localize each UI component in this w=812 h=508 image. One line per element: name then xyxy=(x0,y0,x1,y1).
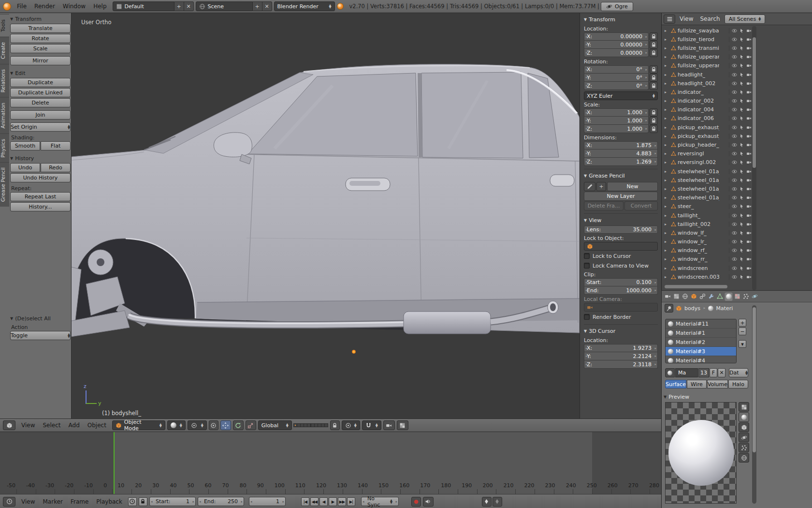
renderability-camera-icon[interactable] xyxy=(746,222,752,227)
lens-field[interactable]: Lens: 35.000 xyxy=(584,225,658,234)
renderability-camera-icon[interactable] xyxy=(746,204,752,209)
visibility-eye-icon[interactable] xyxy=(732,230,737,236)
add-layout-button[interactable]: + xyxy=(174,1,184,11)
visibility-eye-icon[interactable] xyxy=(732,107,737,112)
selectability-cursor-icon[interactable] xyxy=(739,222,744,227)
renderability-camera-icon[interactable] xyxy=(746,37,752,42)
timeline-menu-item[interactable]: View xyxy=(17,494,39,508)
expand-arrow-icon[interactable]: ▸ xyxy=(665,151,669,156)
expand-arrow-icon[interactable]: ▸ xyxy=(665,55,669,59)
viewport-menu-item[interactable]: Object xyxy=(84,419,110,432)
expand-arrow-icon[interactable]: ▸ xyxy=(665,266,669,270)
editor-type-button[interactable] xyxy=(664,15,675,24)
timeline-menu-item[interactable]: Marker xyxy=(39,494,66,508)
tab-material[interactable] xyxy=(725,292,733,301)
grease-draw-button[interactable] xyxy=(584,182,595,191)
close-layout-button[interactable]: ✕ xyxy=(184,1,194,11)
outliner-scrollbar[interactable] xyxy=(753,37,756,168)
unlink-material-button[interactable]: ✕ xyxy=(718,368,725,377)
expand-arrow-icon[interactable]: ▸ xyxy=(665,143,669,147)
mode-dropdown[interactable]: Object Mode xyxy=(112,420,165,430)
expand-arrow-icon[interactable]: ▸ xyxy=(665,107,669,112)
expand-arrow-icon[interactable]: ▸ xyxy=(665,37,669,42)
dimension-field[interactable]: Z: 1.269 xyxy=(584,158,658,166)
selectability-cursor-icon[interactable] xyxy=(739,178,744,183)
outliner-row[interactable]: ▸ steelwheel_01a_ xyxy=(663,176,752,184)
current-frame-field[interactable]: 1 xyxy=(249,497,286,506)
dimension-field[interactable]: X: 1.875 xyxy=(584,141,658,149)
visibility-eye-icon[interactable] xyxy=(732,274,737,280)
dimension-field[interactable]: Y: 4.883 xyxy=(584,149,658,158)
outliner-menu-item[interactable]: Search xyxy=(696,13,723,25)
renderability-camera-icon[interactable] xyxy=(746,248,752,253)
tab-object-data[interactable] xyxy=(716,292,724,301)
lock-button[interactable] xyxy=(650,125,658,133)
visibility-eye-icon[interactable] xyxy=(732,256,737,262)
tab-physics[interactable] xyxy=(751,292,759,301)
renderability-camera-icon[interactable] xyxy=(746,63,752,68)
renderability-camera-icon[interactable] xyxy=(746,54,752,60)
redo-button[interactable]: Redo xyxy=(41,163,71,172)
material-slot-row[interactable]: Material#2 xyxy=(666,338,736,347)
layer-toggle[interactable] xyxy=(324,423,328,427)
visibility-eye-icon[interactable] xyxy=(732,63,737,68)
outliner-row[interactable]: ▸ pickup_exhaust_i xyxy=(663,123,752,132)
preview-range-button[interactable] xyxy=(128,497,137,506)
expand-arrow-icon[interactable]: ▸ xyxy=(665,99,669,103)
selectability-cursor-icon[interactable] xyxy=(739,274,744,280)
lock-button[interactable] xyxy=(650,65,658,74)
visibility-eye-icon[interactable] xyxy=(732,142,737,148)
preview-cube-button[interactable] xyxy=(739,422,749,432)
outliner-row[interactable]: ▸ pickup_header_i6 xyxy=(663,140,752,149)
expand-arrow-icon[interactable]: ▸ xyxy=(665,73,669,77)
jump-to-end-button[interactable]: ▶| xyxy=(347,497,355,506)
preview-monkey-button[interactable] xyxy=(739,433,749,442)
audio-sync-button[interactable] xyxy=(423,497,434,507)
outliner-row[interactable]: ▸ steelwheel_01a_ xyxy=(663,167,752,176)
tab-object[interactable] xyxy=(690,292,698,301)
selectability-cursor-icon[interactable] xyxy=(739,72,744,77)
delete-keyframe-button[interactable] xyxy=(493,497,502,507)
convert-button[interactable]: Convert xyxy=(624,201,658,210)
visibility-eye-icon[interactable] xyxy=(732,204,737,209)
selectability-cursor-icon[interactable] xyxy=(739,37,744,42)
manipulator-scale-button[interactable] xyxy=(246,420,256,430)
properties-scrollbar[interactable] xyxy=(753,307,756,452)
lock-button[interactable] xyxy=(650,82,658,90)
outliner-row[interactable]: ▸ window_lr_ xyxy=(663,238,752,246)
outliner-row[interactable]: ▸ taillight_002 xyxy=(663,220,752,228)
jump-to-start-button[interactable]: |◀ xyxy=(301,497,309,506)
tab-render[interactable] xyxy=(664,292,672,301)
shading-dropdown[interactable] xyxy=(167,420,186,430)
selectability-cursor-icon[interactable] xyxy=(739,160,744,165)
rotation-mode-dropdown[interactable]: XYZ Euler xyxy=(584,91,658,100)
scale-field[interactable]: Y: 1.000 xyxy=(584,117,649,125)
visibility-eye-icon[interactable] xyxy=(732,195,737,200)
panel-header[interactable]: Transform xyxy=(584,15,658,24)
outliner-row[interactable]: ▸ window_rf_ xyxy=(663,246,752,255)
rotation-field[interactable]: X: 0° xyxy=(584,65,649,74)
tool-shelf-tab[interactable]: Relations xyxy=(0,64,9,97)
renderability-camera-icon[interactable] xyxy=(746,45,752,51)
manipulator-translate-button[interactable] xyxy=(220,420,231,430)
shade-smooth-button[interactable]: Smooth xyxy=(10,141,40,150)
snap-dropdown[interactable] xyxy=(362,420,381,430)
screen-layout-field[interactable]: Default xyxy=(113,1,174,11)
add-scene-button[interactable]: + xyxy=(253,1,262,11)
selectability-cursor-icon[interactable] xyxy=(739,239,744,244)
expand-arrow-icon[interactable]: ▸ xyxy=(665,239,669,244)
visibility-eye-icon[interactable] xyxy=(732,28,737,33)
renderability-camera-icon[interactable] xyxy=(746,213,752,218)
ogre-button[interactable]: Ogre xyxy=(601,2,633,11)
lock-camera-row[interactable]: Lock Camera to View xyxy=(584,261,658,270)
record-button[interactable]: ● xyxy=(411,497,421,507)
repeat-last-button[interactable]: Repeat Last xyxy=(10,192,71,201)
tab-world[interactable] xyxy=(681,292,689,301)
renderability-camera-icon[interactable] xyxy=(746,230,752,236)
tool-shelf-tab[interactable]: Physics xyxy=(0,134,9,163)
cursor-field[interactable]: Y: 2.2124 xyxy=(584,352,658,360)
selectability-cursor-icon[interactable] xyxy=(739,116,744,121)
selectability-cursor-icon[interactable] xyxy=(739,28,744,33)
selectability-cursor-icon[interactable] xyxy=(739,134,744,139)
lock-to-cursor-row[interactable]: Lock to Cursor xyxy=(584,252,658,260)
